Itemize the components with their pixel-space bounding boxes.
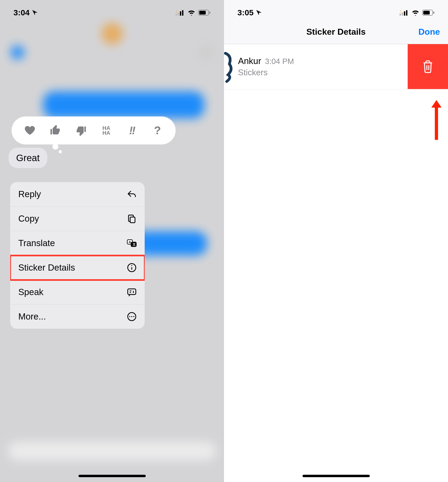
question-reaction[interactable]: ? <box>150 122 166 139</box>
menu-more[interactable]: More... <box>10 304 145 329</box>
tapback-tail <box>52 144 58 150</box>
sticker-row[interactable]: Ankur 3:04 PM Stickers <box>224 44 448 89</box>
svg-point-18 <box>131 316 132 317</box>
speak-icon <box>127 287 137 297</box>
menu-label: Sticker Details <box>18 263 75 273</box>
context-menu: Reply Copy Translate A文 Sticker Details … <box>10 182 145 329</box>
status-bar: 3:04 ! <box>0 0 224 20</box>
sender-name: Ankur <box>238 56 261 66</box>
svg-rect-26 <box>423 11 430 15</box>
svg-rect-15 <box>128 289 136 295</box>
menu-reply[interactable]: Reply <box>10 182 145 207</box>
svg-rect-22 <box>404 11 405 16</box>
svg-rect-3 <box>182 10 183 16</box>
copy-icon <box>127 214 137 224</box>
menu-label: Translate <box>18 238 55 248</box>
svg-point-14 <box>131 265 132 266</box>
reply-icon <box>127 189 137 199</box>
svg-rect-27 <box>433 12 434 14</box>
menu-label: Copy <box>18 214 39 224</box>
exclamation-reaction[interactable]: !! <box>124 122 140 139</box>
nav-title: Sticker Details <box>306 27 366 37</box>
svg-point-17 <box>129 316 130 317</box>
svg-text:!: ! <box>400 10 401 13</box>
menu-label: Reply <box>18 189 41 199</box>
menu-label: More... <box>18 311 46 322</box>
menu-label: Speak <box>18 287 44 297</box>
svg-rect-7 <box>209 12 210 14</box>
battery-icon <box>422 10 435 16</box>
svg-text:文: 文 <box>132 243 136 246</box>
svg-rect-6 <box>199 11 206 15</box>
delete-button[interactable] <box>408 44 448 89</box>
heart-reaction[interactable] <box>22 122 38 139</box>
svg-rect-0 <box>176 13 177 16</box>
menu-copy[interactable]: Copy <box>10 207 145 231</box>
sticker-source: Stickers <box>238 68 408 77</box>
svg-point-19 <box>133 316 134 317</box>
sticker-thumbnail <box>224 51 235 83</box>
home-indicator <box>303 475 370 477</box>
left-screenshot: 3:04 ! HA HA !! ? Great Reply Copy <box>0 0 224 482</box>
arrow-annotation <box>430 100 443 140</box>
more-icon <box>127 312 137 321</box>
svg-text:A: A <box>129 240 131 244</box>
status-time: 3:04 <box>13 8 30 17</box>
tapback-tail <box>59 150 62 153</box>
svg-rect-2 <box>180 11 181 16</box>
info-icon <box>127 263 137 272</box>
svg-rect-8 <box>130 217 135 223</box>
home-indicator <box>79 475 146 477</box>
tapback-reactions: HA HA !! ? <box>12 116 176 144</box>
sticker-time: 3:04 PM <box>265 57 294 66</box>
right-screenshot: 3:05 ! Sticker Details Done Ankur 3:04 P… <box>224 0 448 482</box>
wifi-icon <box>187 10 195 16</box>
svg-rect-1 <box>178 12 179 16</box>
svg-rect-23 <box>406 10 407 16</box>
menu-sticker-details[interactable]: Sticker Details <box>10 256 145 280</box>
svg-rect-21 <box>402 12 403 16</box>
trash-icon <box>422 60 434 73</box>
wifi-icon <box>411 10 419 16</box>
done-button[interactable]: Done <box>418 27 440 37</box>
battery-icon <box>198 10 211 16</box>
status-bar: 3:05 ! <box>224 0 448 20</box>
menu-speak[interactable]: Speak <box>10 280 145 304</box>
haha-reaction[interactable]: HA HA <box>98 122 115 139</box>
thumbs-up-reaction[interactable] <box>47 122 63 139</box>
svg-text:!: ! <box>176 10 177 13</box>
signal-icon: ! <box>176 10 185 16</box>
location-icon <box>32 9 38 16</box>
location-icon <box>256 9 262 16</box>
sticker-info: Ankur 3:04 PM Stickers <box>235 56 408 77</box>
status-time: 3:05 <box>237 8 254 17</box>
svg-rect-20 <box>400 13 401 16</box>
navigation-bar: Sticker Details Done <box>224 20 448 44</box>
menu-translate[interactable]: Translate A文 <box>10 231 145 256</box>
thumbs-down-reaction[interactable] <box>73 122 89 139</box>
signal-icon: ! <box>400 10 409 16</box>
message-bubble[interactable]: Great <box>9 148 47 168</box>
translate-icon: A文 <box>127 238 137 248</box>
